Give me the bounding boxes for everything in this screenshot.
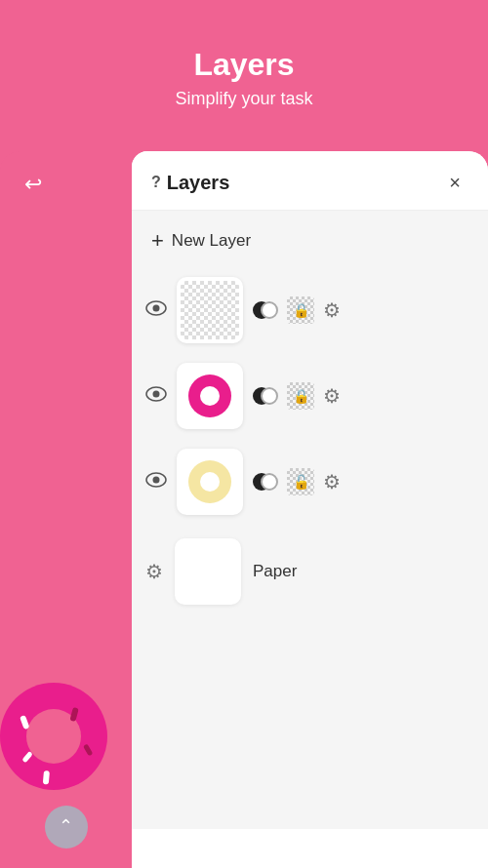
layer-settings-2[interactable]: ⚙ [323,384,341,408]
panel-title-group: ? Layers [151,172,229,194]
app-title: Layers [20,47,468,83]
layer-thumbnail-2[interactable] [177,363,243,429]
panel-title: Layers [167,172,230,194]
layer-row: 🔒 ⚙ [142,355,478,437]
app-subtitle: Simplify your task [20,89,468,109]
visibility-toggle-3[interactable] [145,472,167,492]
layer-thumbnail-1[interactable] [177,277,243,343]
layer-controls-3: 🔓 ⚙ [253,467,474,496]
back-arrow-icon: ↩ [24,172,42,197]
layers-panel: ? Layers × + New Layer [132,151,488,868]
paper-settings-icon[interactable]: ⚙ [145,560,163,583]
canvas-area: ↩ ⌃ [0,151,132,868]
panel-content: + New Layer [132,211,488,829]
alpha-lock-3[interactable]: 🔓 [286,467,315,496]
svg-point-8 [153,305,160,312]
panel-bottom [132,829,488,868]
help-icon[interactable]: ? [151,174,161,191]
svg-point-16 [200,472,220,492]
checker-bg-3: 🔓 [287,468,314,495]
svg-point-14 [153,477,160,484]
visibility-toggle-2[interactable] [145,386,167,406]
lock-icon-3: 🔓 [293,474,309,490]
close-button[interactable]: × [441,169,468,196]
canvas-chevron-button[interactable]: ⌃ [45,806,88,848]
layer-row: 🔒 ⚙ [142,269,478,351]
app-header: Layers Simplify your task [0,0,488,129]
layer-settings-3[interactable]: ⚙ [323,470,341,493]
visibility-toggle-1[interactable] [145,300,167,320]
layer-row: 🔓 ⚙ [142,441,478,523]
svg-point-10 [153,391,160,398]
new-layer-button[interactable]: + New Layer [142,211,478,269]
layer-controls-1: 🔒 ⚙ [253,296,474,325]
layer-settings-1[interactable]: ⚙ [323,298,341,322]
paper-thumbnail[interactable] [175,538,241,605]
lock-icon-1: 🔒 [293,302,309,318]
lock-icon-2: 🔒 [293,388,309,404]
layer3-preview [181,453,239,511]
blend-mode-icon-2[interactable] [253,383,278,409]
chevron-up-icon: ⌃ [59,817,73,835]
layer2-preview [181,367,239,425]
new-layer-label: New Layer [172,231,251,251]
back-button[interactable]: ↩ [18,169,49,200]
panel-header: ? Layers × [132,151,488,211]
checker-bg-1: 🔒 [287,296,314,324]
plus-icon: + [151,228,164,254]
paper-label: Paper [253,562,297,581]
layer-thumbnail-3[interactable] [177,449,243,515]
blend-mode-icon-1[interactable] [253,297,278,323]
alpha-lock-1[interactable]: 🔒 [286,296,315,325]
svg-point-12 [200,386,220,406]
checker-bg-2: 🔒 [287,382,314,410]
alpha-lock-2[interactable]: 🔒 [286,381,315,411]
app-container: ↩ ⌃ ? Layers [0,151,488,868]
paper-row: ⚙ Paper [142,527,478,616]
layer-controls-2: 🔒 ⚙ [253,381,474,411]
blend-mode-icon-3[interactable] [253,469,278,494]
layer1-preview [181,281,239,339]
canvas-donut-illustration [0,663,117,790]
